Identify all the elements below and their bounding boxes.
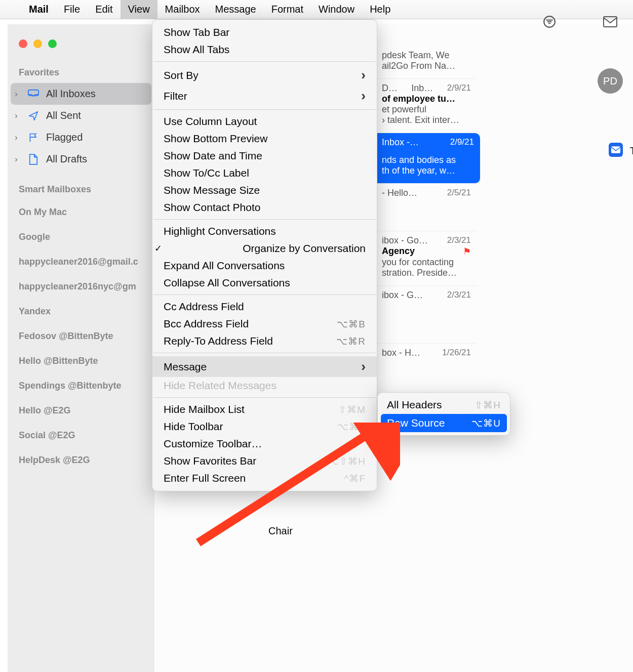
sidebar-item-label: All Inboxes <box>46 88 96 100</box>
chair-text: Chair <box>268 525 293 537</box>
message-row[interactable]: pdesk Team, We ail2Go From Na… <box>376 46 477 79</box>
avatar: PD <box>598 68 623 94</box>
sidebar-item-all-inboxes[interactable]: › All Inboxes <box>11 83 151 105</box>
app-menu-mail[interactable]: Mail <box>21 0 56 19</box>
shortcut: ⌥⌘T <box>337 421 366 433</box>
shortcut: ⌥⌘U <box>471 417 501 429</box>
sidebar-item-all-sent[interactable]: › All Sent <box>8 105 154 127</box>
menu-item-message[interactable]: Message <box>152 356 377 377</box>
cutoff-text: T <box>630 145 633 157</box>
menu-item-show-all-tabs[interactable]: Show All Tabs <box>152 41 377 58</box>
menu-mailbox[interactable]: Mailbox <box>157 0 208 19</box>
account-entry[interactable]: HelpDesk @E2G <box>8 448 154 473</box>
compose-icon[interactable] <box>603 14 618 29</box>
disclosure-chevron-icon[interactable]: › <box>12 155 21 164</box>
menu-help[interactable]: Help <box>362 0 398 19</box>
account-entry[interactable]: Spendings @Bittenbyte <box>8 373 154 398</box>
submenu-item-all-headers[interactable]: All Headers⇧⌘H <box>381 396 507 414</box>
menu-item-filter[interactable]: Filter <box>152 86 377 106</box>
flag-icon <box>27 132 40 143</box>
disclosure-chevron-icon[interactable]: › <box>12 111 21 120</box>
menu-edit[interactable]: Edit <box>88 0 120 19</box>
close-window-button[interactable] <box>19 39 27 48</box>
menu-item-hide-mailbox-list[interactable]: Hide Mailbox List⇧⌘M <box>152 401 377 418</box>
mail-app-icon <box>609 143 623 157</box>
menu-item-enter-full-screen[interactable]: Enter Full Screen^⌘F <box>152 470 377 487</box>
minimize-window-button[interactable] <box>33 39 42 48</box>
menu-message[interactable]: Message <box>208 0 264 19</box>
message-row[interactable]: ibox - G…2/3/21 <box>376 286 477 344</box>
message-row[interactable]: ibox - Go…2/3/21 Agency⚑ you for contact… <box>376 231 477 286</box>
menubar: Mail File Edit View Mailbox Message Form… <box>0 0 633 19</box>
svg-rect-3 <box>611 146 620 153</box>
menu-separator <box>153 61 376 62</box>
sidebar-item-label: All Sent <box>46 110 81 121</box>
submenu-item-raw-source[interactable]: Raw Source⌥⌘U <box>381 414 507 432</box>
menu-item-bcc-field[interactable]: Bcc Address Field⌥⌘B <box>152 315 377 332</box>
menu-item-expand-all-conversations[interactable]: Expand All Conversations <box>152 257 377 274</box>
sidebar: Favorites › All Inboxes › All Sent › Fla… <box>8 24 154 672</box>
message-row-selected[interactable]: Inbox -…2/9/21 nds and bodies as th of t… <box>373 133 480 184</box>
menu-item-collapse-all-conversations[interactable]: Collapse All Conversations <box>152 274 377 291</box>
menu-separator <box>153 353 376 353</box>
svg-rect-2 <box>604 17 617 27</box>
menu-item-hide-toolbar[interactable]: Hide Toolbar⌥⌘T <box>152 418 377 435</box>
shortcut: ⌥⇧⌘H <box>328 455 366 467</box>
menu-item-organize-by-conversation[interactable]: ✓Organize by Conversation <box>152 240 377 257</box>
menu-item-hide-related: Hide Related Messages <box>152 377 377 394</box>
menu-item-show-to-cc[interactable]: Show To/Cc Label <box>152 164 377 182</box>
traffic-lights <box>19 39 57 48</box>
menu-item-highlight-conversations[interactable]: Highlight Conversations <box>152 223 377 240</box>
message-submenu: All Headers⇧⌘H Raw Source⌥⌘U <box>377 392 510 436</box>
menu-item-show-contact-photo[interactable]: Show Contact Photo <box>152 199 377 216</box>
inbox-icon <box>27 89 40 99</box>
sidebar-item-flagged[interactable]: › Flagged <box>8 127 154 148</box>
account-entry[interactable]: Fedosov @BittenByte <box>8 324 154 349</box>
sidebar-item-label: All Drafts <box>46 153 87 165</box>
menu-view[interactable]: View <box>121 0 157 19</box>
menu-window[interactable]: Window <box>311 0 362 19</box>
message-row[interactable]: - Hello…2/5/21 <box>376 184 477 231</box>
menu-item-sort-by[interactable]: Sort By <box>152 65 377 86</box>
account-yandex[interactable]: Yandex <box>8 299 154 324</box>
menu-separator <box>153 397 376 398</box>
account-entry[interactable]: Social @E2G <box>8 423 154 448</box>
view-menu-dropdown: Show Tab Bar Show All Tabs Sort By Filte… <box>152 19 377 491</box>
drafts-icon <box>27 154 40 165</box>
sidebar-item-all-drafts[interactable]: › All Drafts <box>8 148 154 170</box>
account-entry[interactable]: happycleaner2016nyc@gm <box>8 274 154 299</box>
shortcut: ⇧⌘M <box>338 404 366 415</box>
menu-item-use-column-layout[interactable]: Use Column Layout <box>152 113 377 130</box>
account-entry[interactable]: happycleaner2016@gmail.c <box>8 249 154 274</box>
menu-item-cc-field[interactable]: Cc Address Field <box>152 298 377 315</box>
filter-icon[interactable] <box>542 14 557 29</box>
message-row[interactable]: D…Inb…2/9/21 of employee tu… et powerful… <box>376 79 477 133</box>
menu-item-show-message-size[interactable]: Show Message Size <box>152 182 377 199</box>
account-entry[interactable]: Hello @BittenByte <box>8 349 154 373</box>
shortcut: ^⌘F <box>344 473 366 484</box>
account-on-my-mac[interactable]: On My Mac <box>8 200 154 225</box>
sidebar-item-label: Flagged <box>46 132 83 143</box>
menu-separator <box>153 295 376 295</box>
menu-separator <box>153 219 376 220</box>
menu-file[interactable]: File <box>56 0 88 19</box>
menu-item-reply-to-field[interactable]: Reply-To Address Field⌥⌘R <box>152 332 377 350</box>
smart-mailboxes-header: Smart Mailboxes <box>8 179 154 200</box>
sent-icon <box>27 111 40 121</box>
zoom-window-button[interactable] <box>48 39 57 48</box>
menu-separator <box>153 109 376 110</box>
flag-icon: ⚑ <box>463 246 471 257</box>
disclosure-chevron-icon[interactable]: › <box>12 90 21 99</box>
avatar-initials: PD <box>603 75 617 87</box>
menu-item-show-favorites-bar[interactable]: Show Favorites Bar⌥⇧⌘H <box>152 452 377 470</box>
menu-item-show-tab-bar[interactable]: Show Tab Bar <box>152 24 377 41</box>
disclosure-chevron-icon[interactable]: › <box>12 133 21 142</box>
menu-item-show-date-time[interactable]: Show Date and Time <box>152 147 377 164</box>
menu-format[interactable]: Format <box>264 0 311 19</box>
menu-item-show-bottom-preview[interactable]: Show Bottom Preview <box>152 130 377 147</box>
menu-item-customize-toolbar[interactable]: Customize Toolbar… <box>152 435 377 452</box>
account-google[interactable]: Google <box>8 225 154 249</box>
shortcut: ⌥⌘B <box>337 318 366 330</box>
favorites-header: Favorites <box>8 62 154 83</box>
account-entry[interactable]: Hello @E2G <box>8 398 154 423</box>
